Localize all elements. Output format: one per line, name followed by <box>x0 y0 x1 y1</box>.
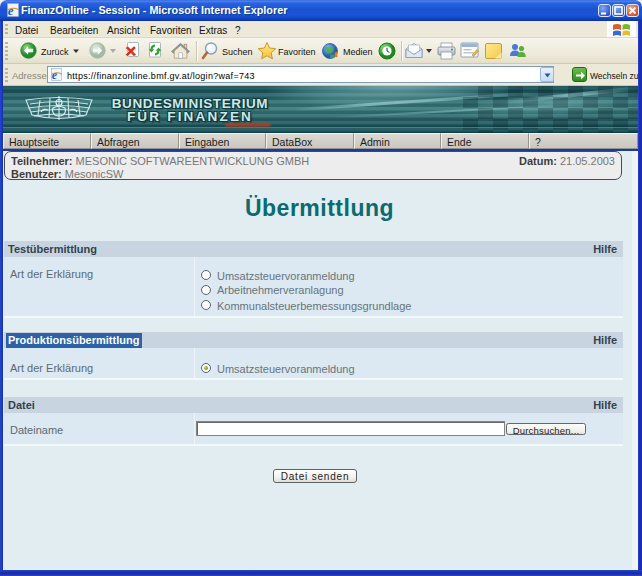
svg-text:e: e <box>52 68 58 81</box>
svg-text:e: e <box>8 3 14 17</box>
